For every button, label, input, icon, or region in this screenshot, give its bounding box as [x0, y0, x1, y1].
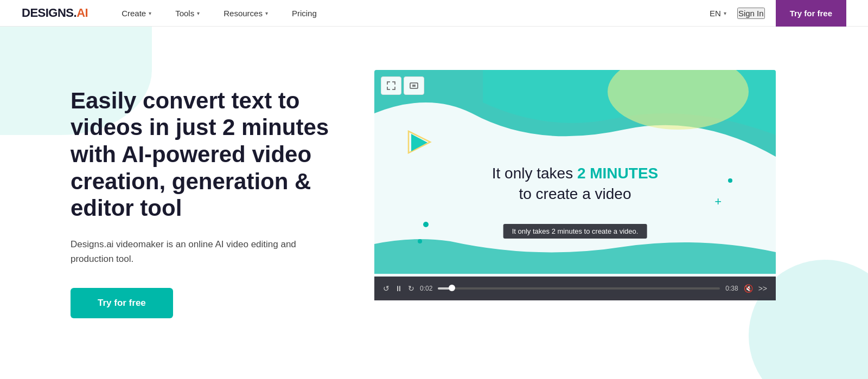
nav-resources[interactable]: Resources ▾	[212, 0, 280, 27]
resize-icon-button[interactable]	[381, 76, 401, 95]
chevron-down-icon: ▾	[724, 10, 726, 16]
nav-tools[interactable]: Tools ▾	[163, 0, 212, 27]
try-for-free-hero-button[interactable]: Try for free	[71, 288, 173, 318]
logo[interactable]: DESIGNS.AI	[22, 6, 88, 20]
mute-icon[interactable]: 🔇	[744, 284, 753, 293]
nav-right: EN ▾ Sign In Try for free	[710, 0, 846, 27]
hero-left-content: Easily convert text to videos in just 2 …	[71, 87, 363, 318]
video-text-create: to create a video	[492, 185, 659, 203]
video-controls-bar: ↺ ⏸ ↻ 0:02 0:38 🔇 >>	[374, 277, 776, 300]
video-wave-bottom	[374, 236, 776, 274]
try-for-free-nav-button[interactable]: Try for free	[776, 0, 846, 27]
nav-pricing[interactable]: Pricing	[280, 0, 329, 27]
video-text-it-only: It only takes 2 MINUTES	[492, 165, 659, 182]
chevron-down-icon: ▾	[197, 10, 200, 16]
hero-right-video: + It only takes 2 MINUTES to create a vi…	[363, 35, 868, 371]
fullscreen-icon-button[interactable]	[404, 76, 424, 95]
video-highlight-text: 2 MINUTES	[577, 165, 658, 182]
dot-decoration-3	[728, 178, 732, 183]
video-frame: + It only takes 2 MINUTES to create a vi…	[374, 70, 776, 298]
dot-decoration-2	[418, 239, 422, 243]
video-toolbar	[381, 76, 424, 95]
chevron-down-icon: ▾	[149, 10, 151, 16]
hero-section: Easily convert text to videos in just 2 …	[0, 27, 868, 379]
current-time: 0:02	[420, 285, 432, 292]
video-progress-bar[interactable]	[438, 287, 720, 290]
sign-in-button[interactable]: Sign In	[737, 8, 765, 19]
forward-icon[interactable]: ↻	[408, 284, 414, 293]
hero-title: Easily convert text to videos in just 2 …	[71, 87, 331, 222]
logo-text: DESIGNS.AI	[22, 6, 88, 20]
nav-create[interactable]: Create ▾	[110, 0, 163, 27]
dot-decoration-1	[423, 222, 429, 227]
triangle-decoration	[406, 129, 433, 158]
language-selector[interactable]: EN ▾	[710, 9, 726, 18]
nav-items: Create ▾ Tools ▾ Resources ▾ Pricing	[110, 0, 710, 27]
progress-thumb	[449, 285, 455, 291]
video-wave-top	[374, 70, 776, 157]
video-subtitle-bar: It only takes 2 minutes to create a vide…	[503, 224, 647, 239]
total-time: 0:38	[725, 285, 738, 292]
rewind-icon[interactable]: ↺	[383, 284, 390, 293]
svg-rect-3	[410, 83, 418, 88]
plus-decoration: +	[714, 195, 722, 209]
video-center-text: It only takes 2 MINUTES to create a vide…	[492, 165, 659, 203]
video-container: + It only takes 2 MINUTES to create a vi…	[374, 70, 778, 336]
forward-skip-icon[interactable]: >>	[758, 284, 767, 293]
logo-ai-text: AI	[76, 6, 88, 20]
hero-subtitle: Designs.ai videomaker is an online AI vi…	[71, 237, 331, 266]
pause-icon[interactable]: ⏸	[395, 284, 403, 293]
navbar: DESIGNS.AI Create ▾ Tools ▾ Resources ▾ …	[0, 0, 868, 27]
chevron-down-icon: ▾	[265, 10, 268, 16]
